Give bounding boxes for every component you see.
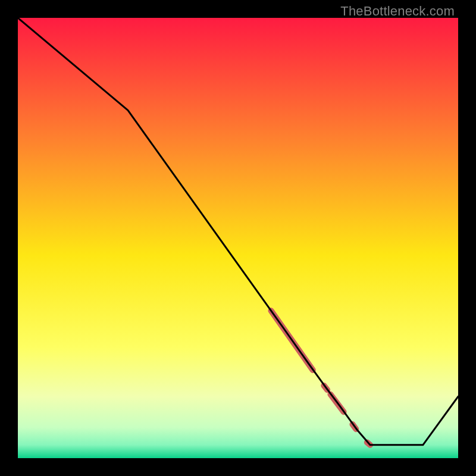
chart-frame — [18, 18, 458, 458]
bottleneck-chart — [18, 18, 458, 458]
watermark-text: TheBottleneck.com — [340, 4, 455, 19]
gradient-background — [18, 18, 458, 458]
